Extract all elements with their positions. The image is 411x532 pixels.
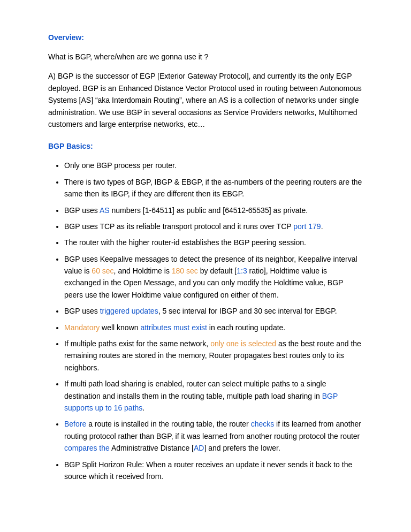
- item9-link-one-selected: only one is selected: [210, 339, 276, 348]
- overview-question: What is BGP, where/when are we gonna use…: [48, 51, 363, 63]
- list-item: BGP uses AS numbers [1-64511] as public …: [64, 204, 363, 216]
- item11-link-compares: compares the: [64, 444, 110, 452]
- overview-answer: A) BGP is the successor of EGP [Exterior…: [48, 70, 363, 130]
- item3-link-as: AS: [100, 206, 110, 215]
- item11-mid1: a route is installed in the routing tabl…: [86, 420, 250, 428]
- item4-link-port: port 179: [293, 222, 321, 231]
- item7-post: , 5 sec interval for IBGP and 30 sec int…: [158, 307, 337, 315]
- item6-mid1: , and Holdtime is: [114, 267, 172, 275]
- item4-post: .: [321, 222, 323, 231]
- list-item: The router with the higher router-id est…: [64, 237, 363, 248]
- list-item: Mandatory well known attributes must exi…: [64, 322, 363, 333]
- overview-heading: Overview:: [48, 32, 363, 43]
- item8-post: in each routing update.: [207, 323, 285, 332]
- list-item: Only one BGP process per router.: [64, 159, 363, 171]
- list-item: If multi path load sharing is enabled, r…: [64, 378, 363, 414]
- item12-text: BGP Split Horizon Rule: When a router re…: [64, 460, 352, 481]
- item8-link-mandatory: Mandatory: [64, 323, 100, 332]
- item11-link-before: Before: [64, 420, 86, 428]
- list-item: BGP Split Horizon Rule: When a router re…: [64, 459, 363, 483]
- item6-mid2: by default [: [198, 267, 237, 275]
- item8-link-attributes: attributes must exist: [140, 323, 207, 332]
- list-item: Before a route is installed in the routi…: [64, 418, 363, 454]
- item6-link-60sec: 60 sec: [92, 267, 113, 275]
- item2-text: There is two types of BGP, IBGP & EBGP, …: [64, 178, 362, 198]
- item5-text: The router with the higher router-id est…: [64, 238, 306, 247]
- list-item: BGP uses TCP as its reliable transport p…: [64, 221, 363, 232]
- item8-mid1: well known: [100, 323, 140, 332]
- bgp-basics-list: Only one BGP process per router. There i…: [64, 159, 363, 482]
- item11-link-ad: AD: [194, 444, 204, 452]
- item10-post: .: [142, 404, 144, 412]
- item4-pre: BGP uses TCP as its reliable transport p…: [64, 222, 293, 231]
- bgp-basics-section: BGP Basics: Only one BGP process per rou…: [48, 141, 363, 482]
- overview-section: Overview: What is BGP, where/when are we…: [48, 32, 363, 130]
- list-item: BGP uses Keepalive messages to detect th…: [64, 253, 363, 301]
- list-item: There is two types of BGP, IBGP & EBGP, …: [64, 176, 363, 200]
- item11-link-checks: checks: [251, 420, 275, 428]
- item1-text: Only one BGP process per router.: [64, 161, 177, 170]
- item10-pre: If multi path load sharing is enabled, r…: [64, 379, 326, 400]
- item3-pre: BGP uses: [64, 206, 100, 215]
- item11-mid3: Administrative Distance [: [110, 444, 194, 452]
- bgp-basics-heading: BGP Basics:: [48, 141, 363, 152]
- item11-post: ] and prefers the lower.: [204, 444, 280, 452]
- item6-link-180sec: 180 sec: [172, 267, 198, 275]
- list-item: BGP uses triggered updates, 5 sec interv…: [64, 305, 363, 317]
- item3-post: numbers [1-64511] as public and [64512-6…: [110, 206, 308, 215]
- list-item: If multiple paths exist for the same net…: [64, 338, 363, 374]
- page-content: Overview: What is BGP, where/when are we…: [0, 0, 411, 525]
- item9-pre: If multiple paths exist for the same net…: [64, 339, 210, 348]
- item6-link-ratio: 1:3: [237, 267, 247, 275]
- item7-pre: BGP uses: [64, 307, 100, 315]
- item7-link-triggered: triggered updates: [100, 307, 158, 315]
